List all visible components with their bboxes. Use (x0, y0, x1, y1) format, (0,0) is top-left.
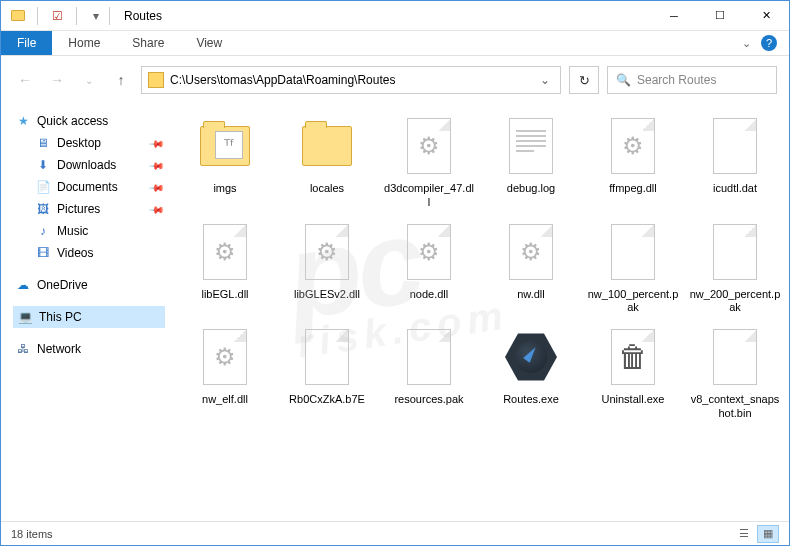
back-button[interactable]: ← (13, 68, 37, 92)
file-label: Uninstall.exe (602, 393, 665, 407)
pin-icon: 📌 (149, 135, 165, 151)
details-view-button[interactable]: ☰ (733, 525, 755, 543)
cloud-icon: ☁ (15, 277, 31, 293)
file-label: Routes.exe (503, 393, 559, 407)
address-bar[interactable]: ⌄ (141, 66, 561, 94)
file-label: locales (310, 182, 344, 196)
file-list[interactable]: ᵀᶠimgslocales⚙d3dcompiler_47.dlldebug.lo… (169, 98, 789, 528)
sidebar-item-videos[interactable]: 🎞Videos (13, 242, 165, 264)
nav-pane: ★Quick access 🖥Desktop📌 ⬇Downloads📌 📄Doc… (1, 98, 169, 528)
address-input[interactable] (170, 73, 536, 87)
sidebar-item-desktop[interactable]: 🖥Desktop📌 (13, 132, 165, 154)
recent-dropdown-icon[interactable]: ⌄ (77, 68, 101, 92)
qat: ☑ ▾ (9, 7, 105, 25)
file-label: debug.log (507, 182, 555, 196)
file-label: imgs (213, 182, 236, 196)
file-icon (499, 114, 563, 178)
file-item[interactable]: nw_100_percent.pak (585, 216, 681, 316)
music-icon: ♪ (35, 223, 51, 239)
window-controls: ─ ☐ ✕ (651, 1, 789, 31)
sidebar-item-pictures[interactable]: 🖼Pictures📌 (13, 198, 165, 220)
pc-icon: 💻 (17, 309, 33, 325)
expand-ribbon-icon[interactable]: ⌄ (742, 37, 751, 50)
file-item[interactable]: locales (279, 110, 375, 210)
file-item[interactable]: ⚙d3dcompiler_47.dll (381, 110, 477, 210)
file-icon (397, 325, 461, 389)
maximize-button[interactable]: ☐ (697, 1, 743, 31)
file-item[interactable]: ᵀᶠimgs (177, 110, 273, 210)
address-dropdown-icon[interactable]: ⌄ (536, 73, 554, 87)
sidebar-this-pc[interactable]: 💻This PC (13, 306, 165, 328)
file-label: nw.dll (517, 288, 545, 302)
file-icon: ⚙ (601, 114, 665, 178)
search-placeholder: Search Routes (637, 73, 716, 87)
file-item[interactable]: Rb0CxZkA.b7E (279, 321, 375, 421)
file-item[interactable]: ⚙nw.dll (483, 216, 579, 316)
file-icon (601, 220, 665, 284)
file-icon (295, 114, 359, 178)
file-item[interactable]: ⚙ffmpeg.dll (585, 110, 681, 210)
quick-access[interactable]: ★Quick access (13, 110, 165, 132)
file-label: icudtl.dat (713, 182, 757, 196)
file-label: nw_200_percent.pak (689, 288, 781, 316)
file-item[interactable]: 🗑Uninstall.exe (585, 321, 681, 421)
file-item[interactable]: debug.log (483, 110, 579, 210)
close-button[interactable]: ✕ (743, 1, 789, 31)
file-icon: ᵀᶠ (193, 114, 257, 178)
help-icon[interactable]: ? (761, 35, 777, 51)
icons-view-button[interactable]: ▦ (757, 525, 779, 543)
qat-dropdown-icon[interactable]: ▾ (87, 7, 105, 25)
file-icon: ⚙ (397, 220, 461, 284)
folder-icon[interactable] (9, 7, 27, 25)
file-label: nw_elf.dll (202, 393, 248, 407)
file-icon: ⚙ (499, 220, 563, 284)
file-label: Rb0CxZkA.b7E (289, 393, 365, 407)
pin-icon: 📌 (149, 201, 165, 217)
tab-home[interactable]: Home (52, 31, 116, 55)
sidebar-item-label: Downloads (57, 158, 116, 172)
main-area: ★Quick access 🖥Desktop📌 ⬇Downloads📌 📄Doc… (1, 98, 789, 528)
file-item[interactable]: ⚙node.dll (381, 216, 477, 316)
file-label: libEGL.dll (201, 288, 248, 302)
sidebar-item-downloads[interactable]: ⬇Downloads📌 (13, 154, 165, 176)
sidebar-onedrive[interactable]: ☁OneDrive (13, 274, 165, 296)
sidebar-item-music[interactable]: ♪Music (13, 220, 165, 242)
forward-button[interactable]: → (45, 68, 69, 92)
file-label: nw_100_percent.pak (587, 288, 679, 316)
file-icon (703, 114, 767, 178)
downloads-icon: ⬇ (35, 157, 51, 173)
minimize-button[interactable]: ─ (651, 1, 697, 31)
file-label: ffmpeg.dll (609, 182, 657, 196)
pin-icon: 📌 (149, 179, 165, 195)
file-label: libGLESv2.dll (294, 288, 360, 302)
file-item[interactable]: v8_context_snapshot.bin (687, 321, 783, 421)
up-button[interactable]: ↑ (109, 68, 133, 92)
desktop-icon: 🖥 (35, 135, 51, 151)
file-item[interactable]: Routes.exe (483, 321, 579, 421)
file-item[interactable]: ⚙libGLESv2.dll (279, 216, 375, 316)
properties-icon[interactable]: ☑ (48, 7, 66, 25)
sidebar-item-documents[interactable]: 📄Documents📌 (13, 176, 165, 198)
file-icon: ⚙ (397, 114, 461, 178)
search-box[interactable]: 🔍 Search Routes (607, 66, 777, 94)
tab-share[interactable]: Share (116, 31, 180, 55)
file-item[interactable]: icudtl.dat (687, 110, 783, 210)
tab-view[interactable]: View (180, 31, 238, 55)
refresh-button[interactable]: ↻ (569, 66, 599, 94)
status-bar: 18 items ☰ ▦ (1, 521, 789, 545)
search-icon: 🔍 (616, 73, 631, 87)
file-item[interactable]: resources.pak (381, 321, 477, 421)
file-icon (703, 325, 767, 389)
sidebar-network[interactable]: 🖧Network (13, 338, 165, 360)
sidebar-item-label: Pictures (57, 202, 100, 216)
pin-icon: 📌 (149, 157, 165, 173)
file-item[interactable]: ⚙libEGL.dll (177, 216, 273, 316)
network-icon: 🖧 (15, 341, 31, 357)
file-item[interactable]: nw_200_percent.pak (687, 216, 783, 316)
file-tab[interactable]: File (1, 31, 52, 55)
documents-icon: 📄 (35, 179, 51, 195)
quick-access-label: Quick access (37, 114, 108, 128)
star-icon: ★ (15, 113, 31, 129)
file-item[interactable]: ⚙nw_elf.dll (177, 321, 273, 421)
sidebar-item-label: This PC (39, 310, 82, 324)
